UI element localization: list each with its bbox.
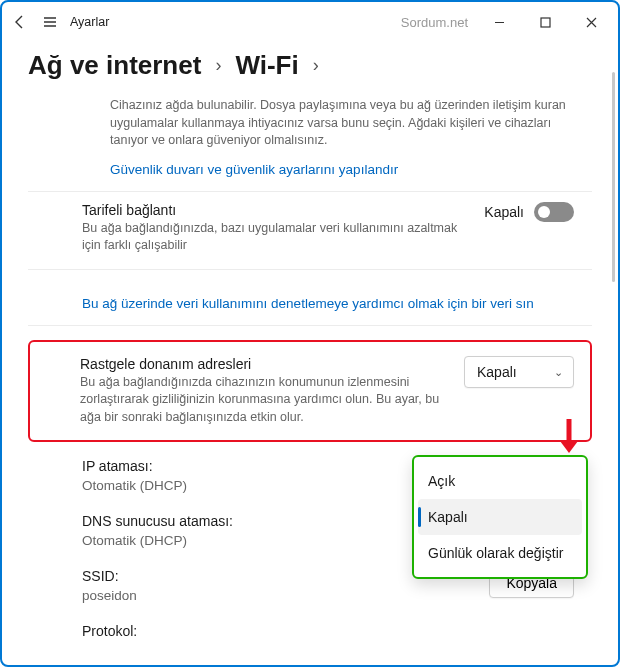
chevron-right-icon: › [313,55,319,76]
data-limit-link[interactable]: Bu ağ üzerinde veri kullanımını denetlem… [28,282,592,326]
close-button[interactable] [568,6,614,38]
dropdown-option-daily[interactable]: Günlük olarak değiştir [414,535,586,571]
dropdown-option-on[interactable]: Açık [414,463,586,499]
dropdown-option-off[interactable]: Kapalı [418,499,582,535]
maximize-button[interactable] [522,6,568,38]
chevron-right-icon: › [215,55,221,76]
metered-toggle-label: Kapalı [484,204,524,220]
random-mac-section: Rastgele donanım adresleri Bu ağa bağlan… [28,340,592,443]
discoverability-section: Cihazınız ağda bulunabilir. Dosya paylaş… [28,97,592,192]
metered-title: Tarifeli bağlantı [82,202,468,218]
content-area: Cihazınız ağda bulunabilir. Dosya paylaş… [2,97,618,650]
ssid-value: poseidon [82,588,489,603]
app-label: Ayarlar [70,15,109,29]
protokol-row: Protokol: [28,613,592,643]
random-mac-dropdown[interactable]: Kapalı ⌄ [464,356,574,388]
random-mac-dropdown-menu: Açık Kapalı Günlük olarak değiştir [412,455,588,579]
svg-rect-0 [541,18,550,27]
breadcrumb: Ağ ve internet › Wi-Fi › [2,42,618,97]
chevron-down-icon: ⌄ [554,365,563,378]
protokol-label: Protokol: [82,623,574,639]
random-mac-selected: Kapalı [477,364,517,380]
metered-desc: Bu ağa bağlandığınızda, bazı uygulamalar… [82,220,468,255]
discoverability-desc: Cihazınız ağda bulunabilir. Dosya paylaş… [110,97,574,150]
watermark: Sordum.net [401,15,468,30]
metered-section: Tarifeli bağlantı Bu ağa bağlandığınızda… [28,192,592,270]
svg-marker-2 [560,441,578,453]
scrollbar[interactable] [612,72,615,282]
random-mac-desc: Bu ağa bağlandığınızda cihazınızın konum… [80,374,448,427]
breadcrumb-level1[interactable]: Ağ ve internet [28,50,201,81]
breadcrumb-level2[interactable]: Wi-Fi [235,50,298,81]
red-arrow-annotation [558,417,580,456]
random-mac-title: Rastgele donanım adresleri [80,356,448,372]
titlebar: Ayarlar Sordum.net [2,2,618,42]
minimize-button[interactable] [476,6,522,38]
metered-toggle[interactable] [534,202,574,222]
firewall-link[interactable]: Güvenlik duvarı ve güvenlik ayarlarını y… [110,162,574,177]
back-icon[interactable] [10,14,30,30]
hamburger-icon[interactable] [40,14,60,30]
